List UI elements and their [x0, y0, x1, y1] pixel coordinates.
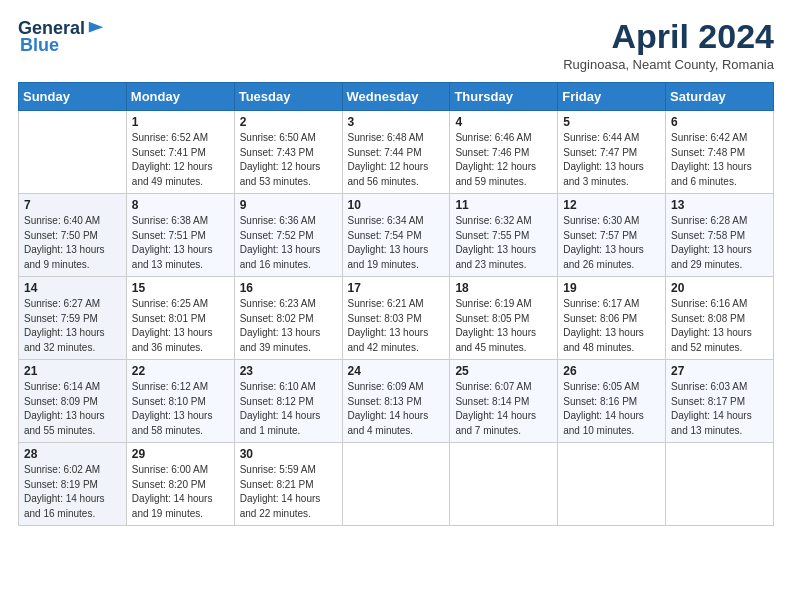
- day-info: Sunrise: 6:48 AM Sunset: 7:44 PM Dayligh…: [348, 131, 445, 189]
- weekday-header-wednesday: Wednesday: [342, 83, 450, 111]
- calendar-cell: 11Sunrise: 6:32 AM Sunset: 7:55 PM Dayli…: [450, 194, 558, 277]
- day-info: Sunrise: 5:59 AM Sunset: 8:21 PM Dayligh…: [240, 463, 337, 521]
- day-info: Sunrise: 6:50 AM Sunset: 7:43 PM Dayligh…: [240, 131, 337, 189]
- day-info: Sunrise: 6:46 AM Sunset: 7:46 PM Dayligh…: [455, 131, 552, 189]
- day-number: 29: [132, 447, 229, 461]
- day-info: Sunrise: 6:21 AM Sunset: 8:03 PM Dayligh…: [348, 297, 445, 355]
- day-info: Sunrise: 6:17 AM Sunset: 8:06 PM Dayligh…: [563, 297, 660, 355]
- calendar-cell: 13Sunrise: 6:28 AM Sunset: 7:58 PM Dayli…: [666, 194, 774, 277]
- day-number: 4: [455, 115, 552, 129]
- day-info: Sunrise: 6:03 AM Sunset: 8:17 PM Dayligh…: [671, 380, 768, 438]
- calendar-cell: 10Sunrise: 6:34 AM Sunset: 7:54 PM Dayli…: [342, 194, 450, 277]
- weekday-header-thursday: Thursday: [450, 83, 558, 111]
- calendar-cell: [558, 443, 666, 526]
- calendar-cell: 23Sunrise: 6:10 AM Sunset: 8:12 PM Dayli…: [234, 360, 342, 443]
- logo-blue-text: Blue: [20, 35, 59, 56]
- day-info: Sunrise: 6:19 AM Sunset: 8:05 PM Dayligh…: [455, 297, 552, 355]
- calendar-cell: 7Sunrise: 6:40 AM Sunset: 7:50 PM Daylig…: [19, 194, 127, 277]
- day-number: 23: [240, 364, 337, 378]
- location: Ruginoasa, Neamt County, Romania: [563, 57, 774, 72]
- calendar-cell: 6Sunrise: 6:42 AM Sunset: 7:48 PM Daylig…: [666, 111, 774, 194]
- svg-marker-0: [89, 21, 103, 32]
- day-info: Sunrise: 6:34 AM Sunset: 7:54 PM Dayligh…: [348, 214, 445, 272]
- day-number: 20: [671, 281, 768, 295]
- logo: General Blue: [18, 18, 105, 56]
- calendar-cell: 3Sunrise: 6:48 AM Sunset: 7:44 PM Daylig…: [342, 111, 450, 194]
- day-info: Sunrise: 6:28 AM Sunset: 7:58 PM Dayligh…: [671, 214, 768, 272]
- weekday-header-row: SundayMondayTuesdayWednesdayThursdayFrid…: [19, 83, 774, 111]
- calendar-cell: 27Sunrise: 6:03 AM Sunset: 8:17 PM Dayli…: [666, 360, 774, 443]
- calendar-cell: 12Sunrise: 6:30 AM Sunset: 7:57 PM Dayli…: [558, 194, 666, 277]
- day-number: 17: [348, 281, 445, 295]
- day-number: 3: [348, 115, 445, 129]
- day-info: Sunrise: 6:07 AM Sunset: 8:14 PM Dayligh…: [455, 380, 552, 438]
- calendar-cell: 19Sunrise: 6:17 AM Sunset: 8:06 PM Dayli…: [558, 277, 666, 360]
- day-info: Sunrise: 6:25 AM Sunset: 8:01 PM Dayligh…: [132, 297, 229, 355]
- day-info: Sunrise: 6:02 AM Sunset: 8:19 PM Dayligh…: [24, 463, 121, 521]
- month-title: April 2024: [563, 18, 774, 55]
- calendar-cell: 5Sunrise: 6:44 AM Sunset: 7:47 PM Daylig…: [558, 111, 666, 194]
- page: General Blue April 2024 Ruginoasa, Neamt…: [0, 0, 792, 612]
- calendar-cell: 20Sunrise: 6:16 AM Sunset: 8:08 PM Dayli…: [666, 277, 774, 360]
- day-info: Sunrise: 6:12 AM Sunset: 8:10 PM Dayligh…: [132, 380, 229, 438]
- day-number: 13: [671, 198, 768, 212]
- calendar-cell: 15Sunrise: 6:25 AM Sunset: 8:01 PM Dayli…: [126, 277, 234, 360]
- calendar-cell: 1Sunrise: 6:52 AM Sunset: 7:41 PM Daylig…: [126, 111, 234, 194]
- day-info: Sunrise: 6:10 AM Sunset: 8:12 PM Dayligh…: [240, 380, 337, 438]
- day-info: Sunrise: 6:27 AM Sunset: 7:59 PM Dayligh…: [24, 297, 121, 355]
- day-number: 9: [240, 198, 337, 212]
- calendar-week-row: 1Sunrise: 6:52 AM Sunset: 7:41 PM Daylig…: [19, 111, 774, 194]
- day-number: 2: [240, 115, 337, 129]
- day-number: 14: [24, 281, 121, 295]
- calendar-week-row: 7Sunrise: 6:40 AM Sunset: 7:50 PM Daylig…: [19, 194, 774, 277]
- day-number: 19: [563, 281, 660, 295]
- day-info: Sunrise: 6:00 AM Sunset: 8:20 PM Dayligh…: [132, 463, 229, 521]
- calendar-cell: [450, 443, 558, 526]
- day-info: Sunrise: 6:52 AM Sunset: 7:41 PM Dayligh…: [132, 131, 229, 189]
- calendar-cell: 25Sunrise: 6:07 AM Sunset: 8:14 PM Dayli…: [450, 360, 558, 443]
- day-number: 26: [563, 364, 660, 378]
- title-block: April 2024 Ruginoasa, Neamt County, Roma…: [563, 18, 774, 72]
- day-number: 1: [132, 115, 229, 129]
- calendar-cell: 17Sunrise: 6:21 AM Sunset: 8:03 PM Dayli…: [342, 277, 450, 360]
- calendar-cell: 14Sunrise: 6:27 AM Sunset: 7:59 PM Dayli…: [19, 277, 127, 360]
- calendar-cell: 9Sunrise: 6:36 AM Sunset: 7:52 PM Daylig…: [234, 194, 342, 277]
- day-number: 25: [455, 364, 552, 378]
- day-number: 11: [455, 198, 552, 212]
- day-number: 21: [24, 364, 121, 378]
- weekday-header-saturday: Saturday: [666, 83, 774, 111]
- calendar-cell: 30Sunrise: 5:59 AM Sunset: 8:21 PM Dayli…: [234, 443, 342, 526]
- calendar-cell: 22Sunrise: 6:12 AM Sunset: 8:10 PM Dayli…: [126, 360, 234, 443]
- weekday-header-friday: Friday: [558, 83, 666, 111]
- weekday-header-sunday: Sunday: [19, 83, 127, 111]
- day-info: Sunrise: 6:30 AM Sunset: 7:57 PM Dayligh…: [563, 214, 660, 272]
- header: General Blue April 2024 Ruginoasa, Neamt…: [18, 18, 774, 72]
- calendar-cell: 24Sunrise: 6:09 AM Sunset: 8:13 PM Dayli…: [342, 360, 450, 443]
- day-number: 10: [348, 198, 445, 212]
- day-info: Sunrise: 6:38 AM Sunset: 7:51 PM Dayligh…: [132, 214, 229, 272]
- day-number: 16: [240, 281, 337, 295]
- day-number: 5: [563, 115, 660, 129]
- calendar-week-row: 28Sunrise: 6:02 AM Sunset: 8:19 PM Dayli…: [19, 443, 774, 526]
- weekday-header-monday: Monday: [126, 83, 234, 111]
- day-number: 22: [132, 364, 229, 378]
- day-info: Sunrise: 6:23 AM Sunset: 8:02 PM Dayligh…: [240, 297, 337, 355]
- weekday-header-tuesday: Tuesday: [234, 83, 342, 111]
- calendar-cell: [19, 111, 127, 194]
- day-number: 28: [24, 447, 121, 461]
- calendar-cell: 2Sunrise: 6:50 AM Sunset: 7:43 PM Daylig…: [234, 111, 342, 194]
- calendar-cell: 28Sunrise: 6:02 AM Sunset: 8:19 PM Dayli…: [19, 443, 127, 526]
- day-info: Sunrise: 6:16 AM Sunset: 8:08 PM Dayligh…: [671, 297, 768, 355]
- day-info: Sunrise: 6:42 AM Sunset: 7:48 PM Dayligh…: [671, 131, 768, 189]
- calendar-week-row: 21Sunrise: 6:14 AM Sunset: 8:09 PM Dayli…: [19, 360, 774, 443]
- day-info: Sunrise: 6:09 AM Sunset: 8:13 PM Dayligh…: [348, 380, 445, 438]
- day-number: 7: [24, 198, 121, 212]
- day-number: 18: [455, 281, 552, 295]
- calendar-cell: 4Sunrise: 6:46 AM Sunset: 7:46 PM Daylig…: [450, 111, 558, 194]
- calendar-cell: [666, 443, 774, 526]
- day-info: Sunrise: 6:05 AM Sunset: 8:16 PM Dayligh…: [563, 380, 660, 438]
- day-number: 8: [132, 198, 229, 212]
- calendar-cell: 18Sunrise: 6:19 AM Sunset: 8:05 PM Dayli…: [450, 277, 558, 360]
- calendar-cell: 29Sunrise: 6:00 AM Sunset: 8:20 PM Dayli…: [126, 443, 234, 526]
- calendar-cell: [342, 443, 450, 526]
